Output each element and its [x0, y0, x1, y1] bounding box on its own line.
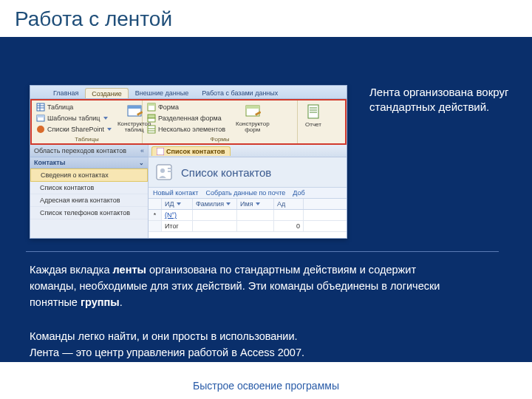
footer-text: Быстрое освоение программы [0, 372, 532, 399]
svg-rect-8 [128, 106, 141, 109]
table-templates-icon [36, 114, 45, 123]
grid-total-row: Итог 0 [149, 221, 347, 232]
svg-rect-22 [246, 106, 259, 109]
sort-icon [226, 202, 231, 205]
col-address[interactable]: Ад [274, 199, 304, 209]
slide-title: Работа с лентой [15, 7, 172, 31]
cmd-table-templates[interactable]: Шаблоны таблиц [35, 113, 113, 123]
callout-text: Лента организована вокруг стандартных де… [369, 85, 517, 115]
group-tables-title: Таблицы [32, 136, 142, 143]
form-icon [157, 148, 164, 155]
navigation-pane: Область переходов контактов « Контакты ⌄… [30, 145, 149, 239]
dropdown-icon: « [140, 147, 144, 154]
group-forms-title: Формы [143, 136, 297, 143]
new-row-marker: * [149, 210, 162, 220]
svg-rect-37 [157, 148, 164, 155]
btn-add[interactable]: Доб [293, 189, 304, 197]
navpane-category-label: Контакты [34, 159, 65, 166]
ribbon-body: Таблица Шаблоны таблиц Списки SharePoint… [30, 99, 347, 145]
cmd-table-templates-label: Шаблоны таблиц [47, 115, 100, 122]
total-value: 0 [274, 221, 304, 231]
cmd-form[interactable]: Форма [146, 102, 227, 112]
nav-item-addressbook[interactable]: Адресная книга контактов [30, 194, 148, 207]
form-toolbar: Новый контакт Собрать данные по почте До… [149, 188, 347, 199]
nav-item-label: Список телефонов контактов [40, 209, 130, 216]
table-icon [36, 103, 45, 112]
cmd-form-design-l2: форм [245, 126, 260, 133]
svg-rect-40 [168, 168, 172, 169]
sort-icon [256, 202, 260, 205]
nav-item-label: Сведения о контактах [41, 171, 109, 179]
svg-rect-13 [148, 118, 155, 122]
nav-item-label: Адресная книга контактов [40, 197, 120, 204]
form-design-icon [245, 103, 261, 120]
ribbon-tab-create[interactable]: Создание [85, 88, 129, 98]
screenshot-access-ribbon: Главная Создание Внешние данные Работа с… [30, 85, 347, 239]
ribbon-tab-external[interactable]: Внешние данные [129, 87, 195, 98]
document-tab-label: Список контактов [166, 148, 225, 155]
chevron-down-icon [107, 128, 112, 131]
contacts-icon [154, 162, 175, 183]
cmd-multi-items-label: Несколько элементов [158, 126, 225, 133]
svg-rect-11 [148, 103, 155, 106]
svg-rect-0 [37, 103, 44, 111]
nav-item-label: Список контактов [40, 184, 94, 191]
total-label: Итог [162, 221, 193, 231]
cmd-table-design-l2: таблиц [125, 126, 144, 133]
svg-point-6 [37, 126, 44, 133]
divider [26, 251, 499, 252]
col-id[interactable]: ИД [162, 199, 193, 209]
multi-items-icon [147, 125, 156, 134]
body-paragraph-2: Команды легко найти, и они просты в испо… [30, 329, 443, 361]
document-tabs: Список контактов [149, 145, 347, 157]
grid-header: ИД Фамилия Имя Ад [149, 199, 347, 210]
table-design-icon [126, 103, 143, 120]
cmd-table-label: Таблица [47, 103, 73, 111]
svg-rect-41 [168, 171, 172, 172]
chevron-down-icon [103, 117, 108, 120]
ribbon-tab-home[interactable]: Главная [47, 87, 85, 98]
form-icon [147, 103, 156, 112]
col-firstname[interactable]: Имя [237, 199, 274, 209]
sharepoint-icon [36, 125, 45, 134]
svg-rect-14 [148, 126, 155, 133]
cmd-split-form-label: Разделенная форма [158, 115, 222, 122]
cmd-report[interactable]: Отчет [301, 102, 326, 129]
document-tab-contacts[interactable]: Список контактов [151, 146, 231, 156]
cmd-form-design[interactable]: Конструкторформ [231, 102, 274, 134]
svg-rect-12 [148, 115, 155, 118]
nav-item-details[interactable]: Сведения о контактах [30, 168, 148, 182]
cmd-table[interactable]: Таблица [35, 102, 113, 112]
cmd-multi-items[interactable]: Несколько элементов [146, 124, 227, 134]
navpane-header[interactable]: Область переходов контактов « [30, 145, 148, 157]
ribbon-tab-dbtools[interactable]: Работа с базами данных [195, 87, 284, 98]
svg-rect-24 [308, 105, 318, 118]
cmd-report-label: Отчет [305, 121, 321, 128]
grid-new-row[interactable]: * (N°) [149, 210, 347, 221]
document-area: Список контактов Список контактов Новый … [149, 145, 347, 239]
split-form-icon [147, 114, 156, 123]
form-title: Список контактов [181, 166, 271, 179]
cmd-sharepoint-label: Списки SharePoint [47, 126, 104, 133]
btn-new-contact[interactable]: Новый контакт [153, 189, 198, 197]
nav-item-phonelist[interactable]: Список телефонов контактов [30, 207, 148, 219]
sort-icon [177, 202, 181, 205]
btn-collect-by-mail[interactable]: Собрать данные по почте [205, 189, 285, 197]
cmd-form-label: Форма [158, 103, 179, 111]
collapse-icon: ⌄ [139, 160, 144, 166]
content-panel: Главная Создание Внешние данные Работа с… [0, 37, 532, 362]
form-header: Список контактов [149, 157, 347, 188]
report-icon [305, 103, 321, 120]
nav-item-list[interactable]: Список контактов [30, 182, 148, 194]
body-paragraph-1: Каждая вкладка ленты организована по ста… [30, 262, 443, 310]
svg-rect-5 [37, 115, 44, 117]
ribbon-tabs: Главная Создание Внешние данные Работа с… [30, 86, 347, 99]
navpane-category[interactable]: Контакты ⌄ [30, 157, 148, 168]
col-lastname[interactable]: Фамилия [193, 199, 237, 209]
svg-point-39 [160, 168, 165, 173]
new-id-link[interactable]: (N°) [165, 211, 177, 219]
cmd-split-form[interactable]: Разделенная форма [146, 113, 227, 123]
navpane-header-label: Область переходов контактов [34, 147, 126, 154]
cmd-sharepoint-lists[interactable]: Списки SharePoint [35, 124, 113, 134]
